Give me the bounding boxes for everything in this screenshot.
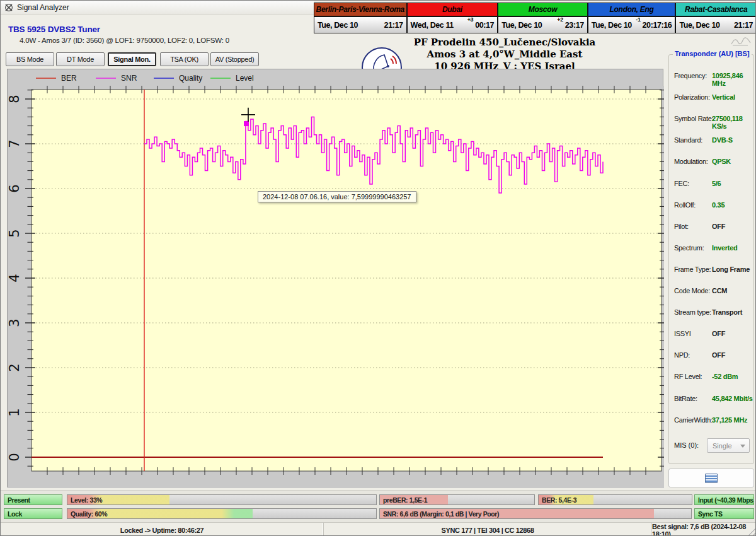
field-value: QPSK — [712, 158, 731, 165]
meter-unfilled — [169, 495, 376, 504]
mode-button-av-stopped-[interactable]: AV (Stopped) — [210, 52, 259, 66]
mode-button-tsa-ok-[interactable]: TSA (OK) — [160, 52, 209, 66]
transponder-row-rolloff: RollOff:0.35 — [669, 201, 753, 211]
field-value: 10925,846 MHz — [712, 72, 753, 87]
clock-utc-offset: +2 — [557, 16, 563, 23]
field-label: Modulation: — [674, 158, 708, 165]
clock-time: 20:17:16 — [643, 21, 672, 30]
mis-select[interactable]: Single — [707, 438, 750, 453]
field-label: CarrierWidth: — [674, 416, 713, 424]
transponder-row-npd: NPD:OFF — [669, 351, 753, 361]
clock-date: Wed, Dec 11 — [411, 21, 454, 30]
field-value: OFF — [712, 351, 725, 359]
annotation-line-1: PF Prodelin 450_Lučenec/Slovakia — [379, 37, 631, 49]
clock-date: Tue, Dec 10 — [679, 21, 719, 30]
field-label: Pilot: — [674, 223, 689, 230]
mode-button-dt-mode[interactable]: DT Mode — [56, 52, 105, 66]
svg-text:6: 6 — [8, 184, 22, 192]
transponder-panel: Transponder (AU) [BS] Frequency:10925,84… — [668, 54, 754, 464]
signal-status-bars: PresentLevel: 33%preBER: 1,5E-1BER: 5,4E… — [1, 490, 756, 522]
clock-time-row: Wed, Dec 11+300:17 — [408, 17, 498, 33]
field-label: Standard: — [674, 136, 702, 144]
chevron-down-icon — [740, 445, 745, 448]
world-clocks-panel: Berlin-Paris-Vienna-RomaTue, Dec 1021:17… — [314, 3, 756, 33]
signal-monitor-chart[interactable]: BERSNRQualityLevel 012345678 2024-12-08 … — [7, 69, 663, 487]
disk-icon — [705, 474, 718, 483]
clock-dubai: DubaiWed, Dec 11+300:17 — [408, 3, 499, 33]
field-value: 5/6 — [712, 180, 721, 187]
transponder-row-polarization: Polarization:Vertical — [669, 93, 753, 103]
clock-city-label: Moscow — [498, 3, 587, 17]
field-value: -52 dBm — [712, 373, 738, 380]
legend-label: Quality — [179, 74, 202, 83]
svg-text:5: 5 — [8, 229, 22, 237]
legend-label: BER — [61, 74, 77, 83]
signature-watermark-icon — [730, 35, 752, 47]
mis-selected-value: Single — [713, 442, 732, 450]
svg-text:2: 2 — [8, 363, 22, 371]
resize-grip[interactable] — [747, 528, 756, 536]
transponder-row-pilot: Pilot:OFF — [669, 223, 753, 233]
legend-item-quality: Quality — [154, 71, 202, 86]
legend-item-snr: SNR — [96, 71, 137, 86]
clock-time-group: -120:17:16 — [636, 20, 672, 30]
field-label: ISSYI — [674, 330, 691, 337]
meter-snr: SNR: 6,6 dB (Margin: 0,1 dB | Very Poor) — [379, 508, 692, 519]
svg-text:4: 4 — [8, 274, 22, 282]
field-value: CCM — [712, 287, 727, 294]
transponder-row-symbolrate: Symbol Rate:27500,118 KS/s — [669, 115, 753, 125]
clock-time: 00:17 — [475, 21, 494, 30]
transponder-row-standard: Standard:DVB-S — [669, 136, 753, 146]
field-value: 0.35 — [712, 201, 724, 209]
field-value: DVB-S — [712, 136, 733, 144]
field-value: Inverted — [712, 244, 737, 252]
legend-line-swatch — [96, 78, 116, 79]
field-label: Polarization: — [674, 93, 710, 101]
field-value: Transport — [712, 308, 742, 316]
meter-label: BER: 5,4E-3 — [542, 495, 576, 504]
clock-city-label: Dubai — [408, 3, 498, 17]
field-label: FEC: — [674, 180, 689, 187]
record-save-button[interactable] — [668, 469, 754, 487]
app-icon — [4, 3, 13, 12]
meter-unfilled — [654, 509, 691, 518]
window-titlebar[interactable]: Signal Analyzer — [1, 1, 314, 15]
legend-label: Level — [236, 74, 254, 83]
transponder-row-bitrate: BitRate:45,842 Mbit/s — [669, 395, 753, 405]
legend-line-swatch — [36, 78, 56, 79]
mode-button-signal-mon-[interactable]: Signal Mon. — [108, 52, 156, 66]
clock-date: Tue, Dec 10 — [501, 21, 542, 30]
field-value: Vertical — [712, 93, 735, 101]
field-value: 37,125 MHz — [712, 416, 747, 424]
transponder-row-rflevel: RF Level:-52 dBm — [669, 373, 753, 383]
field-value: Long Frame — [712, 265, 750, 273]
annotation-line-2: Amos 3 at 4,0°W_Middle East — [379, 49, 631, 61]
field-label: Symbol Rate: — [674, 115, 713, 122]
legend-label: SNR — [121, 74, 137, 83]
field-value: 45,842 Mbit/s — [712, 395, 753, 402]
field-label: RF Level: — [674, 373, 702, 380]
transponder-panel-title: Transponder (AU) [BS] — [673, 50, 752, 57]
legend-line-swatch — [210, 78, 231, 79]
svg-text:1: 1 — [8, 408, 22, 416]
meter-unfilled — [448, 495, 534, 504]
badge-present: Present — [4, 494, 62, 505]
legend-item-level: Level — [210, 71, 254, 86]
clock-date: Tue, Dec 10 — [592, 21, 632, 30]
transponder-row-streamtype: Stream type:Transport — [669, 308, 753, 318]
snr-plot-area[interactable]: 012345678 — [8, 86, 664, 488]
transponder-row-modulation: Modulation:QPSK — [669, 158, 753, 168]
status-bar: Locked -> Uptime: 80:46:27 SYNC 177 | TE… — [1, 522, 756, 536]
meter-label: SNR: 6,6 dB (Margin: 0,1 dB | Very Poor) — [383, 509, 499, 518]
status-sync-counters: SYNC 177 | TEI 304 | CC 12868 — [324, 523, 652, 536]
tuner-name: TBS 5925 DVBS2 Tuner — [8, 25, 100, 34]
clock-time: 21:17 — [384, 21, 403, 30]
transponder-row-carrierwidth: CarrierWidth:37,125 MHz — [669, 416, 753, 426]
meter-label: preBER: 1,5E-1 — [383, 495, 427, 504]
clock-city-label: Berlin-Paris-Vienna-Roma — [314, 3, 406, 17]
mode-button-bs-mode[interactable]: BS Mode — [6, 52, 54, 66]
meter-quality: Quality: 60% — [67, 508, 377, 519]
meter-unfilled — [253, 509, 376, 518]
meter-label: Quality: 60% — [71, 509, 107, 518]
clock-time-row: Tue, Dec 10-120:17:16 — [588, 17, 675, 33]
